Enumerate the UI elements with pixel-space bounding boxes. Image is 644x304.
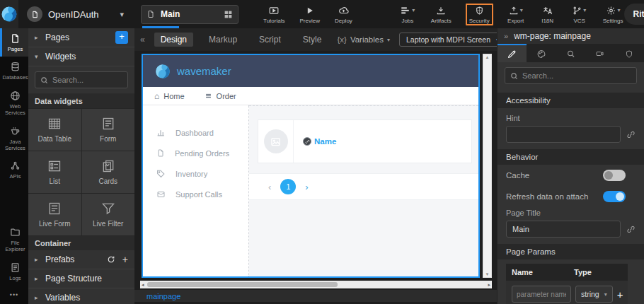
chevron-down-icon: ▾ xyxy=(387,37,390,43)
scroll-up-icon[interactable]: ▲ xyxy=(485,55,490,59)
project-switcher[interactable]: OpenIDAuth ▾ xyxy=(18,0,131,28)
tab-properties[interactable] xyxy=(498,44,527,62)
artifacts-button[interactable]: Artifacts xyxy=(430,4,452,25)
live-form-icon xyxy=(47,201,62,216)
page-file-icon xyxy=(146,10,155,18)
rail-item-web-services[interactable]: Web Services xyxy=(0,86,28,121)
expand-right-icon[interactable]: » xyxy=(504,32,508,40)
page-number[interactable]: 1 xyxy=(280,179,296,194)
cloud-up-icon xyxy=(338,5,350,16)
preview-button[interactable]: Preview xyxy=(299,4,320,25)
scrollbar-thumb[interactable] xyxy=(147,282,338,287)
tab-security[interactable] xyxy=(615,44,644,62)
refresh-data-toggle[interactable] xyxy=(603,191,626,202)
top-bar: OpenIDAuth ▾ Main Tutorials Preview Depl… xyxy=(0,0,644,28)
rail-item-logs[interactable]: Logs xyxy=(0,257,28,286)
rail-item-databases[interactable]: Databases xyxy=(0,57,28,85)
scroll-right-icon[interactable]: ▸ xyxy=(486,282,492,288)
settings-button[interactable]: ▾ Settings xyxy=(602,4,624,25)
chevron-down-icon: ▾ xyxy=(520,7,523,13)
export-button[interactable]: ▾ Export xyxy=(507,4,525,25)
rail-item-java-services[interactable]: Java Services xyxy=(0,121,28,156)
chevron-down-icon: ▾ xyxy=(583,7,586,13)
more-options-icon[interactable]: ••• xyxy=(0,286,28,304)
page-params-table-header: Name Type xyxy=(506,264,628,281)
expander-icon: ▸ xyxy=(35,34,40,41)
refresh-icon[interactable] xyxy=(107,255,115,264)
canvas-menu-inventory[interactable]: Inventory xyxy=(143,163,248,184)
hint-input[interactable] xyxy=(506,126,621,143)
jobs-button[interactable]: ▾ Jobs xyxy=(398,4,417,25)
wavemaker-logo[interactable] xyxy=(0,0,18,28)
tab-design[interactable]: Design xyxy=(154,33,193,47)
scroll-down-icon[interactable]: ▼ xyxy=(485,272,490,276)
page-prev-icon[interactable]: ‹ xyxy=(268,182,271,192)
tab-style[interactable]: Style xyxy=(297,33,328,47)
widget-live-filter[interactable]: Live Filter xyxy=(82,194,135,235)
tab-script[interactable]: Script xyxy=(253,33,287,47)
image-thumbnail xyxy=(258,120,294,163)
rail-item-file-explorer[interactable]: File Explorer xyxy=(0,222,28,257)
cache-row: Cache xyxy=(498,165,644,186)
canvas-app-header[interactable]: wavemaker xyxy=(143,55,478,87)
widgets-section-header[interactable]: ▾ Widgets xyxy=(28,47,134,66)
tab-events[interactable] xyxy=(556,44,585,62)
add-prefab-button[interactable]: + xyxy=(122,254,128,265)
magnifier-star-icon xyxy=(566,49,576,59)
envelope-icon xyxy=(156,190,166,199)
i18n-button[interactable]: I18N xyxy=(539,4,557,25)
tab-device[interactable] xyxy=(585,44,614,62)
tab-markup[interactable]: Markup xyxy=(202,33,243,47)
tutorials-button[interactable]: Tutorials xyxy=(263,4,285,25)
prefabs-section-header[interactable]: ▸ Prefabs + xyxy=(28,250,134,269)
add-page-button[interactable]: + xyxy=(115,31,128,44)
canvas-nav-home[interactable]: ⌂ Home xyxy=(154,92,185,100)
page-title-input[interactable] xyxy=(506,221,621,238)
param-name-input[interactable] xyxy=(512,286,571,303)
canvas-horizontal-scrollbar[interactable]: ◂ ▸ xyxy=(140,281,492,288)
play-icon xyxy=(305,5,314,16)
properties-search-input[interactable] xyxy=(522,71,631,80)
rail-item-apis[interactable]: APIs xyxy=(0,156,28,184)
bind-link-icon[interactable] xyxy=(626,225,636,234)
scroll-left-icon[interactable]: ◂ xyxy=(140,282,146,288)
list-item-widget[interactable]: Name xyxy=(258,119,472,163)
param-type-select[interactable]: string ▾ xyxy=(575,286,613,303)
left-panel: ▸ Pages + ▾ Widgets Data widgets Data Ta… xyxy=(28,28,134,304)
vcs-button[interactable]: ▾ VCS xyxy=(570,4,589,25)
rail-item-pages[interactable]: Pages xyxy=(0,28,28,57)
canvas-menu-dashboard[interactable]: Dashboard xyxy=(143,122,248,143)
rail-spacer xyxy=(0,185,28,222)
collapse-left-panel-icon[interactable]: « xyxy=(140,35,145,45)
widget-cards[interactable]: Cards xyxy=(82,151,135,193)
translate-icon xyxy=(542,5,553,16)
add-param-button[interactable]: + xyxy=(617,289,623,300)
pages-section-header[interactable]: ▸ Pages + xyxy=(28,28,134,47)
canvas-vertical-scrollbar[interactable]: ▲ ▼ xyxy=(483,54,492,278)
variables-section-header[interactable]: ▸ Variables xyxy=(28,288,134,304)
cache-toggle[interactable] xyxy=(603,170,626,181)
canvas-menu-pending-orders[interactable]: Pending Orders xyxy=(143,143,248,163)
deploy-button[interactable]: Deploy xyxy=(334,4,353,25)
bind-link-icon[interactable] xyxy=(626,130,636,139)
widget-form[interactable]: Form xyxy=(82,109,135,151)
breadcrumb-mainpage[interactable]: mainpage xyxy=(146,292,180,300)
canvas-menu-support-calls[interactable]: Support Calls xyxy=(143,184,248,204)
canvas-nav-order[interactable]: Order xyxy=(205,92,236,100)
security-button[interactable]: Security xyxy=(466,4,493,25)
design-canvas[interactable]: wavemaker ⌂ Home Order Dashboard xyxy=(142,54,480,278)
page-structure-section-header[interactable]: ▸ Page Structure xyxy=(28,269,134,288)
page-tab-main[interactable]: Main xyxy=(141,5,238,24)
variables-menu[interactable]: {x} Variables ▾ xyxy=(337,35,390,44)
page-next-icon[interactable]: › xyxy=(305,182,308,192)
widget-live-form[interactable]: Live Form xyxy=(28,194,81,235)
widget-search-input[interactable] xyxy=(52,76,122,84)
widget-list[interactable]: List xyxy=(28,151,81,193)
grid-icon[interactable] xyxy=(224,10,233,19)
bound-name-label[interactable]: Name xyxy=(294,120,336,163)
widget-data-table[interactable]: Data Table xyxy=(28,109,81,151)
tab-styles[interactable] xyxy=(527,44,556,62)
coffee-icon xyxy=(10,126,21,136)
device-select[interactable]: Laptop with MDPI Screen ▾ xyxy=(399,33,506,47)
user-menu[interactable]: Ritupurna Lenka RL xyxy=(624,4,644,25)
